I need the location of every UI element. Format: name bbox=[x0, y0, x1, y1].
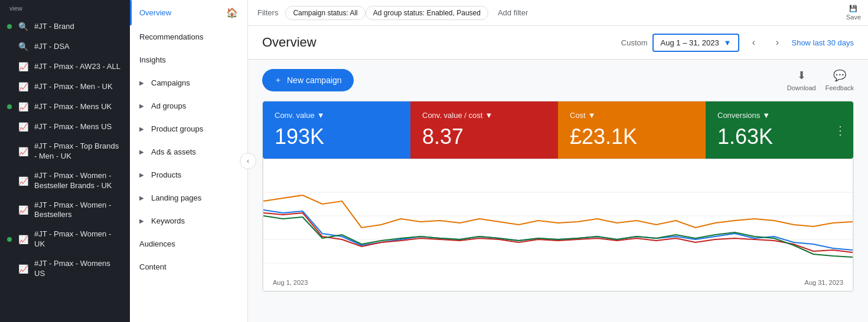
sidebar-item-jt-pmax-mens-us[interactable]: 📈 #JT - Pmax - Mens US bbox=[0, 117, 130, 137]
download-icon: ⬇ bbox=[797, 69, 806, 82]
sidebar-item-jt-pmax-aw23[interactable]: 📈 #JT - Pmax - AW23 - ALL bbox=[0, 57, 130, 77]
date-range-text: Aug 1 – 31, 2023 bbox=[661, 38, 719, 47]
nav-label: Insights bbox=[139, 55, 166, 64]
sidebar-item-label: #JT - Pmax - Womens US bbox=[34, 259, 123, 279]
collapse-button[interactable]: ‹ bbox=[240, 153, 256, 169]
content-area: ＋ New campaign ⬇ Download 💬 Feedback Con… bbox=[248, 60, 868, 322]
custom-label: Custom bbox=[621, 38, 648, 47]
nav-item-products[interactable]: ▶Products bbox=[130, 163, 247, 186]
campaign-icon: 🔍 bbox=[18, 21, 28, 32]
metric-card-cost: Cost ▼ £23.1K bbox=[558, 101, 706, 159]
chevron-down-icon: ▼ bbox=[724, 38, 732, 47]
feedback-button[interactable]: 💬 Feedback bbox=[825, 69, 854, 91]
status-dot bbox=[7, 24, 12, 29]
sidebar-item-jt-pmax-mens-uk[interactable]: 📈 #JT - Pmax - Mens UK bbox=[0, 97, 130, 117]
metric-label: Conv. value / cost ▼ bbox=[422, 111, 546, 120]
dropdown-arrow-icon[interactable]: ▼ bbox=[588, 111, 596, 120]
new-campaign-button[interactable]: ＋ New campaign bbox=[262, 69, 354, 91]
status-dot bbox=[7, 44, 12, 49]
campaign-icon: 📈 bbox=[18, 146, 28, 157]
status-dot bbox=[7, 104, 12, 109]
more-options-icon[interactable]: ⋮ bbox=[834, 123, 846, 137]
metric-card-conversions: Conversions ▼ 1.63K ⋮ bbox=[706, 101, 853, 159]
nav-item-landing-pages[interactable]: ▶Landing pages bbox=[130, 186, 247, 209]
nav-item-content[interactable]: Content bbox=[130, 255, 247, 278]
sidebar-item-label: #JT - DSA bbox=[34, 42, 123, 52]
download-button[interactable]: ⬇ Download bbox=[787, 69, 816, 91]
metric-value: 1.63K bbox=[717, 124, 841, 149]
campaign-icon: 📈 bbox=[18, 205, 28, 215]
expand-arrow-icon: ▶ bbox=[139, 126, 144, 132]
feedback-icon: 💬 bbox=[833, 69, 846, 82]
filter-chip-campaign-status[interactable]: Campaign status: All bbox=[285, 6, 365, 20]
sidebar-item-jt-pmax-men-uk[interactable]: 📈 #JT - Pmax - Men - UK bbox=[0, 77, 130, 97]
campaign-icon: 📈 bbox=[18, 61, 28, 72]
sidebar-item-label: #JT - Pmax - Women - Bestseller Brands -… bbox=[34, 171, 123, 191]
status-dot bbox=[7, 208, 12, 212]
campaign-icon: 📈 bbox=[18, 264, 28, 274]
chart-end-date: Aug 31, 2023 bbox=[805, 279, 843, 286]
show-last-30-button[interactable]: Show last 30 days bbox=[791, 38, 854, 47]
nav-item-overview[interactable]: Overview🏠 bbox=[130, 0, 247, 25]
sidebar-item-label: #JT - Pmax - Women - Bestsellers bbox=[34, 201, 123, 221]
nav-item-insights[interactable]: Insights bbox=[130, 48, 247, 71]
nav-item-audiences[interactable]: Audiences bbox=[130, 232, 247, 255]
status-dot bbox=[7, 267, 12, 271]
home-icon: 🏠 bbox=[226, 7, 238, 18]
filter-chip-ad-group-status[interactable]: Ad group status: Enabled, Paused bbox=[366, 6, 488, 20]
sidebar-item-label: #JT - Pmax - AW23 - ALL bbox=[34, 62, 123, 72]
sidebar-item-jt-dsa[interactable]: 🔍 #JT - DSA bbox=[0, 37, 130, 57]
metric-card-conv-value-cost: Conv. value / cost ▼ 8.37 bbox=[410, 101, 558, 159]
save-button[interactable]: 💾 Save bbox=[846, 5, 861, 21]
sidebar-item-label: #JT - Pmax - Mens US bbox=[34, 122, 123, 132]
nav-label: Audiences bbox=[139, 239, 175, 248]
sidebar-item-label: #JT - Pmax - Women - UK bbox=[34, 229, 123, 249]
nav-label: Products bbox=[151, 170, 181, 179]
nav-panel: Overview🏠RecommendationsInsights▶Campaig… bbox=[130, 0, 248, 322]
nav-item-product-groups[interactable]: ▶Product groups bbox=[130, 117, 247, 140]
nav-item-ad-groups[interactable]: ▶Ad groups bbox=[130, 94, 247, 117]
dropdown-arrow-icon[interactable]: ▼ bbox=[762, 111, 770, 120]
expand-arrow-icon: ▶ bbox=[139, 218, 144, 224]
overview-header: Overview Custom Aug 1 – 31, 2023 ▼ ‹ › S… bbox=[248, 26, 868, 60]
add-filter-button[interactable]: Add filter bbox=[493, 6, 533, 19]
date-picker[interactable]: Aug 1 – 31, 2023 ▼ bbox=[652, 34, 740, 52]
campaign-icon: 📈 bbox=[18, 121, 28, 132]
expand-arrow-icon: ▶ bbox=[139, 172, 144, 178]
sidebar-item-jt-pmax-womens-us[interactable]: 📈 #JT - Pmax - Womens US bbox=[0, 254, 130, 284]
nav-item-keywords[interactable]: ▶Keywords bbox=[130, 209, 247, 232]
nav-item-campaigns[interactable]: ▶Campaigns bbox=[130, 71, 247, 94]
nav-label: Campaigns bbox=[151, 78, 190, 87]
sidebar-item-jt-pmax-women-bestsellers[interactable]: 📈 #JT - Pmax - Women - Bestsellers bbox=[0, 196, 130, 225]
content-top-bar: ＋ New campaign ⬇ Download 💬 Feedback bbox=[262, 69, 854, 91]
status-dot bbox=[7, 84, 12, 89]
status-dot bbox=[7, 179, 12, 183]
dropdown-arrow-icon[interactable]: ▼ bbox=[485, 111, 492, 120]
chart-labels: Aug 1, 2023 Aug 31, 2023 bbox=[263, 277, 853, 286]
chart-container: Aug 1, 2023 Aug 31, 2023 bbox=[263, 159, 853, 291]
sidebar-item-jt-pmax-top-brands[interactable]: 📈 #JT - Pmax - Top Brands - Men - UK bbox=[0, 137, 130, 166]
expand-arrow-icon: ▶ bbox=[139, 103, 144, 109]
expand-arrow-icon: ▶ bbox=[139, 149, 144, 155]
status-dot bbox=[7, 124, 12, 129]
metric-label: Cost ▼ bbox=[570, 111, 694, 120]
dropdown-arrow-icon[interactable]: ▼ bbox=[317, 111, 325, 120]
plus-icon: ＋ bbox=[274, 75, 282, 86]
chart-start-date: Aug 1, 2023 bbox=[273, 279, 308, 286]
metric-value: 193K bbox=[275, 124, 399, 149]
prev-date-button[interactable]: ‹ bbox=[744, 33, 763, 52]
top-actions: ⬇ Download 💬 Feedback bbox=[787, 69, 854, 91]
sidebar-item-label: #JT - Pmax - Top Brands - Men - UK bbox=[34, 142, 123, 162]
nav-item-recommendations[interactable]: Recommendations bbox=[130, 25, 247, 48]
nav-label: Overview bbox=[139, 8, 171, 17]
next-date-button[interactable]: › bbox=[768, 33, 787, 52]
status-dot bbox=[7, 149, 12, 154]
sidebar-item-jt-brand[interactable]: 🔍 #JT - Brand bbox=[0, 17, 130, 37]
left-sidebar: view 🔍 #JT - Brand 🔍 #JT - DSA 📈 #JT - P… bbox=[0, 0, 130, 322]
sidebar-item-jt-pmax-women-uk[interactable]: 📈 #JT - Pmax - Women - UK bbox=[0, 225, 130, 254]
nav-item-ads-assets[interactable]: ▶Ads & assets bbox=[130, 140, 247, 163]
status-dot bbox=[7, 64, 12, 69]
expand-arrow-icon: ▶ bbox=[139, 195, 144, 201]
sidebar-item-jt-pmax-women-bestseller[interactable]: 📈 #JT - Pmax - Women - Bestseller Brands… bbox=[0, 166, 130, 196]
sidebar-item-label: #JT - Brand bbox=[34, 22, 123, 32]
